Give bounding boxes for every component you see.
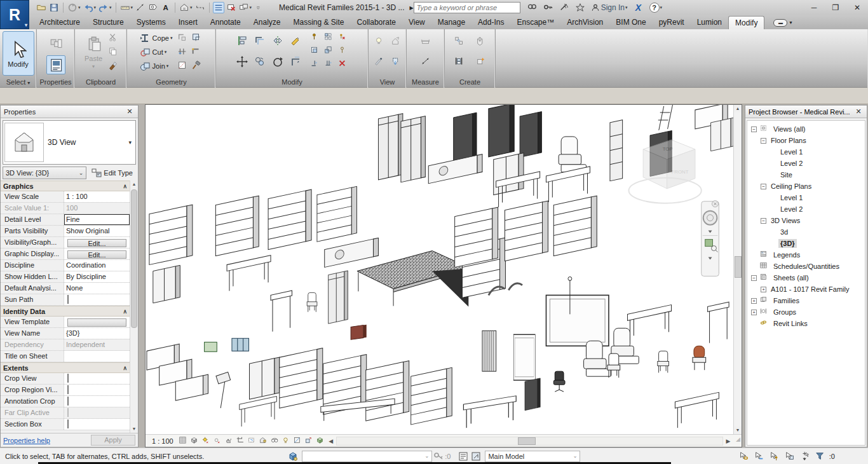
collapse-icon[interactable]: −	[751, 126, 757, 132]
create-similar-icon[interactable]	[475, 55, 487, 68]
scroll-up-icon[interactable]: ▲	[734, 105, 742, 113]
tab-pyrevit[interactable]: pyRevit	[653, 16, 691, 29]
analytical-model-icon[interactable]	[293, 436, 304, 446]
sync-icon[interactable]	[67, 2, 81, 13]
sign-in-label[interactable]: Sign In	[601, 3, 625, 12]
communication-center-icon[interactable]	[559, 2, 570, 13]
align-icon[interactable]	[234, 31, 250, 50]
reveal-hidden-elements-icon[interactable]	[281, 436, 292, 446]
unpin-red-icon[interactable]	[337, 31, 349, 44]
tree-item-3d-views[interactable]: −3D Views	[747, 215, 865, 226]
view-type-dropdown[interactable]: 3D View: {3D} ⌄	[3, 167, 86, 179]
tree-item-groups[interactable]: +Groups	[747, 306, 865, 318]
property-value[interactable]: None	[64, 283, 130, 294]
help-key-icon[interactable]	[543, 2, 554, 13]
resize-grip[interactable]: ◢	[733, 436, 742, 446]
tab-modify[interactable]: Modify	[728, 16, 764, 29]
close-icon[interactable]: ✕	[125, 107, 135, 116]
trim-multiple-icon[interactable]	[323, 58, 336, 71]
worksharing-display-icon[interactable]	[316, 436, 327, 446]
drag-on-selection-icon[interactable]	[799, 451, 811, 462]
scroll-down-icon[interactable]: ▼	[734, 426, 742, 434]
tree-item-a101-1017-revit-family[interactable]: +A101 - 1017 Revit Family	[747, 283, 865, 295]
array-icon[interactable]	[323, 31, 336, 44]
tree-item-sheets-all-[interactable]: −Sheets (all)	[747, 272, 865, 283]
collapse-icon[interactable]: −	[761, 184, 766, 189]
tab-lumion[interactable]: Lumion	[691, 16, 728, 29]
properties-scrollbar[interactable]: ▲ ▼	[130, 181, 137, 433]
split-element-icon[interactable]	[287, 31, 304, 50]
close-hidden-windows-icon[interactable]	[226, 2, 237, 13]
property-value-button[interactable]	[67, 318, 126, 327]
worksets-icon[interactable]	[287, 451, 299, 462]
demolish-icon[interactable]	[190, 59, 203, 72]
tree-item-level-2[interactable]: Level 2	[747, 158, 865, 169]
section-icon[interactable]	[194, 2, 206, 13]
tree-item-site[interactable]: Site	[747, 169, 865, 181]
design-option-dropdown[interactable]: Main Model⌄	[485, 451, 580, 462]
tab-annotate[interactable]: Annotate	[204, 16, 247, 29]
drawing-area[interactable]: TOP FRONT ▲ ▼	[145, 104, 742, 447]
properties-panel-label[interactable]: Properties	[37, 77, 74, 88]
search-input[interactable]	[414, 2, 520, 13]
editable-only-icon[interactable]	[432, 451, 445, 462]
thin-lines-icon[interactable]	[213, 2, 224, 13]
property-value[interactable]: By Discipline	[64, 271, 130, 282]
collapse-icon[interactable]: −	[761, 138, 766, 144]
scroll-up-icon[interactable]: ▲	[130, 181, 138, 188]
cope-button[interactable]: Cope▾	[139, 31, 173, 45]
detail-level-icon[interactable]	[179, 436, 189, 446]
switch-windows-icon[interactable]	[238, 2, 253, 13]
scroll-down-icon[interactable]: ▼	[130, 425, 138, 433]
property-checkbox[interactable]	[67, 420, 69, 428]
scrollbar-thumb[interactable]	[735, 256, 742, 278]
design-options-icon[interactable]	[457, 451, 470, 462]
section-header-identity-data[interactable]: Identity Data∧	[1, 306, 130, 317]
workset-dropdown[interactable]: ⌄	[302, 451, 432, 462]
tab-systems[interactable]: Systems	[130, 16, 172, 29]
sun-path-off-icon[interactable]	[213, 436, 224, 446]
redo-icon[interactable]	[98, 2, 112, 13]
favorites-icon[interactable]	[574, 2, 586, 13]
locked-3d-view-icon[interactable]	[259, 436, 269, 446]
tab-view[interactable]: View	[402, 16, 431, 29]
tree-item-level-1[interactable]: Level 1	[747, 192, 865, 203]
minimize-button[interactable]: ─	[803, 0, 825, 15]
tree-item-ceiling-plans[interactable]: −Ceiling Plans	[747, 181, 865, 192]
property-value[interactable]: 1 : 100	[64, 191, 130, 202]
help-icon[interactable]: ?	[649, 2, 663, 13]
text-note-icon[interactable]: A	[160, 2, 172, 13]
tree-item-views-all-[interactable]: −Views (all)	[747, 123, 865, 135]
navigation-bar[interactable]	[702, 201, 719, 276]
property-value[interactable]	[64, 351, 130, 362]
match-type-properties-icon[interactable]	[107, 59, 119, 72]
measure-ruler-icon[interactable]	[419, 35, 432, 48]
offset-icon[interactable]	[252, 31, 268, 50]
select-underlay-icon[interactable]	[753, 451, 766, 462]
tree-item-level-1[interactable]: Level 1	[747, 146, 865, 158]
property-checkbox[interactable]	[67, 295, 69, 304]
pin-icon[interactable]	[309, 31, 322, 44]
cut-profile-icon[interactable]	[176, 31, 189, 44]
properties-palette-icon[interactable]	[46, 55, 65, 74]
tree-item-schedules-quantities[interactable]: Schedules/Quantities	[747, 261, 865, 272]
tab-analyze[interactable]: Analyze	[247, 16, 287, 29]
scrollbar-thumb[interactable]	[131, 189, 137, 328]
move-icon[interactable]	[234, 52, 250, 71]
save-icon[interactable]	[48, 2, 60, 13]
rotate-icon[interactable]	[269, 52, 286, 71]
create-parts-icon[interactable]	[453, 35, 466, 48]
vertical-scrollbar[interactable]: ▲ ▼	[733, 105, 742, 434]
horizontal-scrollbar[interactable]	[336, 437, 723, 446]
trim-single-icon[interactable]	[309, 58, 322, 71]
edit-type-button[interactable]: Edit Type	[88, 167, 136, 179]
section-header-extents[interactable]: Extents∧	[1, 362, 130, 373]
customize-qat-icon[interactable]	[254, 2, 265, 13]
property-checkbox[interactable]	[67, 385, 69, 394]
tab-add-ins[interactable]: Add-Ins	[471, 16, 510, 29]
measure-between-icon[interactable]	[419, 55, 432, 68]
exchange-apps-icon[interactable]: X	[633, 2, 644, 13]
property-value[interactable]: 100	[64, 203, 130, 214]
scroll-right-icon[interactable]: ▶	[724, 438, 733, 444]
select-by-face-icon[interactable]	[783, 451, 796, 462]
